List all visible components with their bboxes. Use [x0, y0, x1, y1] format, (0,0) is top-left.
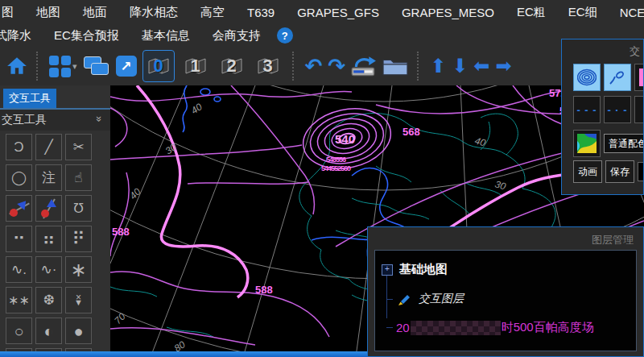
line-style-solid-button[interactable]: - [634, 96, 644, 123]
menu-item-gaokong[interactable]: 高空 [189, 5, 236, 20]
tool-circle-filled[interactable]: ● [65, 318, 92, 344]
menu-item-ec-ensemble[interactable]: EC集合预报 [43, 28, 130, 44]
menu-item-consultation[interactable]: 会商支持 [201, 28, 272, 44]
map-view-0-button[interactable]: 0 [142, 50, 175, 82]
tool-dots-four[interactable]: ⠶ [35, 226, 62, 252]
tool-wave-dot[interactable]: ∿. [6, 256, 32, 283]
folder-icon [382, 56, 408, 77]
tool-shower[interactable]: × ▼ [65, 287, 92, 313]
tools-grid: Ɔ ╱ ✂ ◯ 注 ☝ Ʊ ⠒ ⠶ ⠟ ∿. ∿· ∗ ∗∗ ❆ [6, 134, 92, 352]
map-view-3-button[interactable]: 3 [253, 51, 283, 81]
menu-item-basic-info[interactable]: 基本信息 [130, 28, 201, 44]
undo-icon: ↶ [305, 56, 323, 77]
export-icon [351, 56, 377, 77]
svg-text:70: 70 [112, 311, 128, 327]
layer-tree: + 基础地图 交互图层 20 时500百帕高度场 [374, 250, 637, 351]
line-style-dashed-button[interactable]: - - - [573, 96, 601, 123]
svg-text:588: 588 [112, 226, 130, 238]
tool-pan-hand[interactable]: ☝ [65, 164, 92, 191]
toolbar-separator [417, 52, 421, 81]
main-toolbar: ▾ ↗ 0 1 2 [0, 47, 644, 85]
svg-text:544552560: 544552560 [321, 164, 351, 172]
tool-asterisk[interactable]: ∗ [65, 256, 92, 283]
sidebar-panel-header: 交互工具 » [0, 110, 110, 131]
curve-ellipse-icon [608, 68, 627, 87]
home-button[interactable] [6, 56, 27, 76]
colormap-button[interactable] [573, 130, 601, 157]
chevron-down-icon: ▾ [72, 61, 77, 72]
pink-color-swatch [639, 68, 644, 86]
svg-text:540: 540 [335, 132, 355, 146]
pencil-icon [396, 291, 412, 307]
map-view-2-button[interactable]: 2 [217, 51, 247, 81]
curve-draw-button[interactable] [604, 64, 631, 91]
layout-grid-button[interactable]: ▾ [49, 56, 77, 77]
tool-wave-dots[interactable]: ∿· [35, 256, 62, 283]
tool-warm-front[interactable] [6, 195, 32, 222]
tool-dots-two[interactable]: ⠒ [6, 226, 32, 252]
cascade-windows-button[interactable] [83, 55, 110, 77]
layer-500hpa-height[interactable]: 20 时500百帕高度场 [396, 320, 594, 335]
menu-item-tu[interactable]: 图 [0, 5, 25, 20]
interaction-options-panel: 交 [561, 39, 644, 195]
layer-interactive[interactable]: 交互图层 [419, 292, 464, 306]
grid-layout-icon [49, 56, 71, 77]
isoline-draw-button[interactable] [573, 64, 601, 91]
tool-occluded-front[interactable]: Ʊ [65, 195, 92, 222]
tool-smooth-curve[interactable]: ╱ [35, 134, 62, 160]
undo-button[interactable]: ↶ [305, 56, 323, 77]
layer-panel-title: 图层管理 [592, 233, 634, 247]
menu-item-t639[interactable]: T639 [236, 6, 286, 19]
arrow-left-icon: ⬅ [473, 56, 489, 76]
menu-item-ditu[interactable]: 地图 [25, 5, 72, 20]
tool-annotation[interactable]: 注 [35, 164, 62, 191]
colormap-select[interactable]: 普通配色 [604, 134, 644, 153]
tab-interactive-tools[interactable]: 交互工具 [3, 89, 56, 108]
open-folder-button[interactable] [382, 56, 408, 77]
tree-connector [386, 327, 393, 328]
export-button[interactable] [351, 56, 377, 77]
svg-text:588: 588 [255, 284, 273, 296]
move-up-button[interactable]: ⬆ [430, 56, 446, 76]
animate-button[interactable]: 动画 [573, 160, 602, 183]
sidebar-panel-title: 交互工具 [2, 113, 47, 127]
redo-button[interactable]: ↷ [328, 56, 345, 77]
toolbar-separator [36, 52, 40, 81]
menu-item-dimian[interactable]: 地面 [72, 5, 118, 20]
tool-circle-half[interactable]: ◐ [35, 318, 62, 344]
menu-item-shi-jiangshui[interactable]: 式降水 [0, 28, 43, 44]
line-color-button[interactable] [634, 64, 644, 91]
tool-circle-outline[interactable]: ○ [6, 318, 32, 344]
layer-base-map[interactable]: 基础地图 [399, 262, 448, 277]
line-style-dashdot-button[interactable]: - · - [604, 96, 631, 123]
help-icon[interactable]: ? [277, 27, 293, 44]
fullscreen-button[interactable]: ↗ [116, 56, 137, 77]
tool-cold-front[interactable] [35, 195, 62, 222]
tool-closed-curve[interactable]: ◯ [6, 164, 32, 191]
save-button[interactable]: 保存 [605, 160, 634, 183]
menu-item-ec-coarse[interactable]: EC粗 [506, 5, 557, 20]
tool-open-curve[interactable]: Ɔ [6, 134, 32, 160]
menu-item-jiangshui-xiangtai[interactable]: 降水相态 [118, 5, 189, 20]
layer-manager-panel: 图层管理 + 基础地图 交互图层 20 时500百帕高度场 [367, 226, 644, 357]
tree-expand-icon[interactable]: + [382, 264, 393, 276]
menu-item-grapes-meso[interactable]: GRAPES_MESO [390, 6, 506, 19]
svg-text:30: 30 [493, 178, 507, 192]
tool-scissors[interactable]: ✂ [65, 134, 92, 160]
tool-dots-five[interactable]: ⠟ [65, 226, 92, 252]
black-color-swatch[interactable] [638, 162, 644, 181]
front-red-dot [10, 209, 18, 217]
panel-title: 交 [630, 44, 640, 59]
menu-item-ec-fine[interactable]: EC细 [557, 5, 609, 20]
move-left-button[interactable]: ⬅ [473, 56, 489, 76]
move-down-button[interactable]: ⬇ [452, 56, 468, 76]
tool-snow-pair[interactable]: ∗∗ [6, 287, 32, 313]
expand-icon: ↗ [116, 56, 137, 77]
svg-text:40: 40 [189, 101, 204, 116]
map-view-1-button[interactable]: 1 [180, 51, 211, 81]
menu-item-ncep[interactable]: NCEP [609, 6, 644, 19]
tool-snowflake[interactable]: ❆ [35, 287, 62, 313]
collapse-panel-icon[interactable]: » [93, 116, 105, 122]
menu-item-grapes-gfs[interactable]: GRAPES_GFS [286, 6, 390, 19]
move-right-button[interactable]: ➡ [495, 56, 511, 76]
